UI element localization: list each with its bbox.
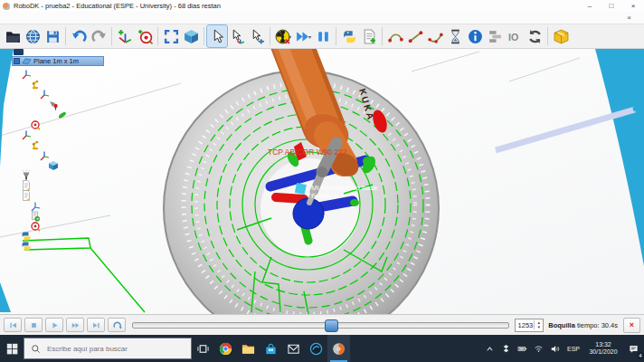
play-button[interactable] <box>45 318 63 332</box>
add-program-icon[interactable] <box>359 25 379 47</box>
frame-spinner[interactable]: 1253 ▴ ▾ <box>515 319 544 332</box>
toolbar: ▾▾ <box>0 24 644 49</box>
isometric-view-icon[interactable] <box>181 25 201 47</box>
file-explorer-button[interactable] <box>237 335 260 362</box>
dropdown-arrow-icon[interactable]: ▾ <box>308 33 311 40</box>
tree-item-frame[interactable] <box>21 128 32 138</box>
tree-item-python-program[interactable] <box>21 229 32 240</box>
spin-down-icon[interactable]: ▾ <box>535 325 543 329</box>
robodk-app-icon <box>3 3 10 10</box>
language-indicator[interactable]: ESP <box>563 346 584 352</box>
speaker-icon[interactable] <box>546 335 563 362</box>
tree-item-tool[interactable] <box>48 98 59 109</box>
show-instruction-icon[interactable] <box>465 25 485 47</box>
browser-app-button[interactable] <box>305 335 327 362</box>
dropbox-icon[interactable] <box>497 335 514 362</box>
tree-item-program[interactable] <box>30 209 41 220</box>
taskbar-search[interactable] <box>24 338 192 359</box>
tree-item-object[interactable] <box>48 158 59 169</box>
add-python-program-icon[interactable] <box>339 25 359 47</box>
tree-item-frame[interactable] <box>39 87 50 98</box>
stop-button[interactable] <box>24 318 43 332</box>
library-online-icon[interactable] <box>23 25 43 47</box>
fit-view-icon[interactable] <box>161 25 181 47</box>
export-simulation-icon[interactable] <box>551 25 571 47</box>
tree-item-station[interactable] <box>14 49 24 55</box>
playback-buttons <box>4 318 128 332</box>
tree-selected-label: Plane 1m x 1m <box>33 57 79 65</box>
simulation-speed-icon[interactable]: ▾ <box>293 25 313 47</box>
tree-item-python-program[interactable] <box>21 239 32 250</box>
tree-item-frame[interactable] <box>21 67 32 78</box>
pause-instruction-icon[interactable] <box>445 25 465 47</box>
menu-bar <box>0 12 644 24</box>
tree-item-robot[interactable] <box>30 138 41 148</box>
search-input[interactable] <box>45 344 185 354</box>
move-reference-cursor-icon[interactable] <box>227 25 247 47</box>
move-joint-instruction-icon[interactable] <box>385 25 405 47</box>
taskview-button[interactable] <box>192 335 214 362</box>
skip-to-start-button[interactable] <box>4 318 22 332</box>
tree-item-plane-selected[interactable]: Plane 1m x 1m <box>12 56 104 66</box>
tree-item-document[interactable] <box>21 178 32 189</box>
tray-chevron-icon[interactable] <box>481 335 497 362</box>
taskbar-clock[interactable]: 13:32 30/1/2020 <box>584 341 622 356</box>
move-circular-instruction-icon[interactable] <box>425 25 445 47</box>
robodk-window: RoboDK - prueba2 - Educational (ESPE - U… <box>0 0 644 362</box>
store-button[interactable] <box>260 335 282 362</box>
simulation-slider[interactable] <box>132 322 509 329</box>
tree-item-spray-tool[interactable] <box>21 168 32 179</box>
maximize-button[interactable]: □ <box>601 0 622 12</box>
frame-base-label: Mi Mecanizado base <box>311 184 378 192</box>
tree-item-target[interactable] <box>30 118 41 129</box>
search-icon <box>31 344 41 354</box>
battery-icon[interactable] <box>514 335 530 362</box>
playback-bar: 1253 ▴ ▾ Boquilla tiempo: 30.4s × <box>0 314 644 335</box>
pause-simulation-icon[interactable] <box>313 25 333 47</box>
system-tray: ESP 13:32 30/1/2020 4 <box>481 335 644 362</box>
tree-item-robot[interactable] <box>30 77 41 88</box>
robodk-taskbar-button[interactable] <box>327 335 350 362</box>
collision-check-icon[interactable]: ▾ <box>273 25 293 47</box>
tree-item-frame[interactable] <box>30 199 41 210</box>
tree-item-target[interactable] <box>30 219 41 230</box>
redo-icon[interactable] <box>89 25 109 47</box>
skip-to-end-button[interactable] <box>87 318 105 332</box>
close-button[interactable]: × <box>622 0 644 12</box>
chrome-button[interactable] <box>214 335 237 362</box>
toolbar-separator <box>157 27 158 45</box>
dropdown-arrow-icon[interactable]: ▾ <box>289 33 291 40</box>
toolbar-separator <box>111 27 112 45</box>
open-file-icon[interactable] <box>3 25 23 47</box>
mail-button[interactable] <box>282 335 305 362</box>
move-robot-cursor-icon[interactable] <box>247 25 267 47</box>
tree-expander-icon[interactable] <box>14 58 20 64</box>
fast-forward-button[interactable] <box>66 318 84 332</box>
move-linear-instruction-icon[interactable] <box>405 25 425 47</box>
3d-scene: KUKA TCP ABICOR W90 222 Mi Mecanizado ba… <box>0 49 644 314</box>
add-target-icon[interactable] <box>135 25 155 47</box>
start-button[interactable] <box>0 335 24 362</box>
update-program-icon[interactable] <box>525 25 545 47</box>
select-cursor-icon[interactable] <box>207 25 227 47</box>
minimize-button[interactable]: – <box>579 0 601 12</box>
undo-icon[interactable] <box>69 25 89 47</box>
windows-logo-icon <box>6 343 18 355</box>
close-playback-button[interactable]: × <box>623 318 640 333</box>
tree-item-tool[interactable] <box>57 108 68 119</box>
dock-close-button[interactable]: × <box>627 12 631 24</box>
clock-date: 30/1/2020 <box>584 348 622 356</box>
time-label: tiempo: 30.4s <box>577 321 618 329</box>
add-reference-frame-icon[interactable] <box>115 25 135 47</box>
tree-item-frame[interactable] <box>39 148 50 159</box>
3d-viewport[interactable]: KUKA TCP ABICOR W90 222 Mi Mecanizado ba… <box>0 49 644 314</box>
tree-item-document[interactable] <box>21 188 32 199</box>
set-io-icon[interactable] <box>505 25 525 47</box>
loop-button[interactable] <box>108 318 126 332</box>
slider-handle[interactable] <box>325 319 338 332</box>
save-icon[interactable] <box>43 25 62 47</box>
frame-name-label: Frame 4 <box>311 192 338 200</box>
program-call-icon[interactable] <box>485 25 505 47</box>
action-center-icon[interactable]: 4 <box>622 335 644 362</box>
network-icon[interactable] <box>530 335 546 362</box>
